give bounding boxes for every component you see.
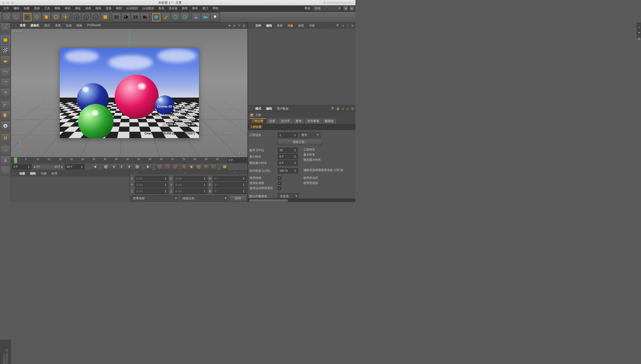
obj-tab-2[interactable]: 查看: [274, 23, 285, 29]
fps-field[interactable]: 30▲▼: [278, 148, 298, 153]
filter-icon[interactable]: ▽: [346, 24, 350, 28]
menu-14[interactable]: 角色: [156, 5, 167, 12]
project-scale-unit[interactable]: 厘米: [299, 132, 320, 138]
axis-mode-button[interactable]: [1, 100, 10, 110]
key-param-button[interactable]: P: [203, 164, 209, 170]
prev-min-field[interactable]: 0 F▲▼: [278, 160, 298, 166]
viewport[interactable]: 透视视图 XYZ 0 cm Cinema 4D & BodyPaint 3D (…: [11, 29, 248, 157]
rotate-tool[interactable]: [52, 13, 60, 22]
timeline-frame-display[interactable]: [227, 158, 247, 162]
vp-menu-0[interactable]: 查看: [17, 23, 28, 28]
vp-rotate-icon[interactable]: ↻: [237, 24, 241, 28]
lock-workplane-button[interactable]: [1, 156, 10, 166]
planar-workplane-button[interactable]: [1, 166, 10, 176]
texture-mode-button[interactable]: [1, 46, 10, 55]
rot-H[interactable]: 0 °▲▼: [213, 176, 247, 181]
use-gen-check[interactable]: ✓: [278, 182, 281, 185]
material-area[interactable]: [11, 176, 129, 202]
key-rot-button[interactable]: [195, 164, 202, 170]
pos-X[interactable]: 0 cm▲▼: [135, 176, 168, 181]
menu-0[interactable]: 文件: [1, 5, 11, 12]
lod-field[interactable]: 100 %▲▼: [278, 168, 298, 174]
menu-6[interactable]: 体积: [63, 5, 73, 12]
move-tool[interactable]: [33, 13, 41, 22]
layout-select[interactable]: 启动: [312, 6, 342, 11]
menu-2[interactable]: 创建: [22, 5, 32, 12]
obj-tab-3[interactable]: 对象: [285, 23, 296, 29]
vp-maximize-icon[interactable]: ⊞: [242, 24, 246, 28]
attr-subtab-4[interactable]: 待办事项: [305, 118, 322, 124]
vp-zoom-icon[interactable]: ⊕: [232, 24, 236, 28]
vp-move-icon[interactable]: ✥: [228, 24, 231, 28]
menu-15[interactable]: 流水线: [167, 5, 180, 12]
render-region-button[interactable]: [131, 13, 140, 22]
object-tree[interactable]: [248, 29, 355, 105]
rot-P[interactable]: 0 °▲▼: [213, 182, 247, 188]
next-frame-button[interactable]: [126, 164, 133, 170]
deformer-button[interactable]: [180, 13, 189, 22]
pos-Z[interactable]: 0 cm▲▼: [135, 188, 168, 194]
model-mode-button[interactable]: [1, 35, 10, 45]
min-time-field[interactable]: 0 F▲▼: [278, 154, 298, 159]
play-button[interactable]: [118, 164, 125, 170]
range-end[interactable]: 90 F: [55, 165, 60, 168]
range-start[interactable]: 0 F: [36, 165, 40, 168]
edge-mode-button[interactable]: [1, 78, 10, 88]
key-scale-button[interactable]: [188, 164, 195, 170]
vp-menu-5[interactable]: 面板: [74, 23, 85, 28]
menu-3[interactable]: 选择: [32, 5, 42, 12]
attr-subtab-5[interactable]: 帧插值: [322, 118, 336, 124]
attr-menu-2[interactable]: 用户数据: [274, 106, 291, 112]
generator-button[interactable]: [171, 13, 180, 22]
total-frames-field[interactable]: 90 F▲▼: [65, 164, 85, 170]
menu-7[interactable]: 捕捉: [73, 5, 83, 12]
scale-mode-select[interactable]: 缩放比例: [180, 196, 228, 202]
use-motion-check[interactable]: ✓: [278, 187, 281, 190]
grip-icon[interactable]: ⋮⋮: [249, 24, 253, 28]
attr-subtab-3[interactable]: 参考: [293, 118, 304, 124]
material-tab-1[interactable]: 编辑: [28, 171, 38, 176]
x-axis-lock[interactable]: X: [72, 13, 81, 22]
go-start-button[interactable]: [91, 164, 98, 170]
make-editable-button[interactable]: [1, 23, 10, 33]
timeline-ruler[interactable]: 051015202530354045505560657075808590: [11, 157, 248, 163]
scale-project-button[interactable]: 缩放工程...: [278, 139, 322, 145]
point-mode-button[interactable]: [1, 68, 10, 78]
use-anim-check[interactable]: ✓: [278, 176, 281, 180]
spline-pen-button[interactable]: [161, 13, 170, 22]
material-tab-2[interactable]: 功能: [38, 171, 49, 176]
menu-19[interactable]: 帮助: [210, 5, 221, 12]
attr-scrollbar[interactable]: [248, 198, 355, 202]
menu-13[interactable]: 运动图形: [140, 5, 156, 12]
prev-key-button[interactable]: [103, 164, 109, 170]
render-view-button[interactable]: [112, 13, 121, 22]
current-frame-field[interactable]: 0 F▲▼: [12, 164, 32, 170]
layout-prev-icon[interactable]: ◂: [343, 6, 348, 11]
z-axis-lock[interactable]: Z: [91, 13, 100, 22]
default-color-select[interactable]: 灰蓝色: [278, 193, 299, 198]
grip-icon[interactable]: ⋮⋮: [13, 24, 16, 28]
material-tab-0[interactable]: 创建: [17, 171, 28, 176]
select-tool[interactable]: [23, 13, 32, 22]
y-axis-lock[interactable]: Y: [82, 13, 91, 22]
search-icon[interactable]: 🔍: [331, 106, 335, 110]
primitive-cube-button[interactable]: [152, 13, 161, 22]
close-window-icon[interactable]: [2, 2, 5, 4]
maximize-window-icon[interactable]: [11, 2, 14, 4]
next-key-button[interactable]: [134, 164, 141, 170]
menu-12[interactable]: 运动跟踪: [124, 5, 140, 12]
obj-tab-5[interactable]: 书签: [307, 23, 317, 29]
attr-subtab-1[interactable]: 信息: [267, 118, 278, 124]
autokey-button[interactable]: [164, 164, 171, 170]
grip-icon[interactable]: ⋮⋮: [13, 172, 16, 176]
view-icon[interactable]: ◔: [341, 24, 345, 28]
material-tab-3[interactable]: 纹理: [49, 171, 60, 176]
menu-11[interactable]: 雕刻: [114, 5, 124, 12]
undo-button[interactable]: [2, 13, 11, 22]
size-X[interactable]: 0 cm▲▼: [174, 176, 208, 181]
menu-9[interactable]: 模拟: [93, 5, 104, 12]
vp-menu-6[interactable]: ProRender: [85, 23, 104, 28]
menu-10[interactable]: 渲染: [104, 5, 114, 12]
vp-menu-2[interactable]: 显示: [42, 23, 53, 28]
keyframe-sel-button[interactable]: [172, 164, 179, 170]
